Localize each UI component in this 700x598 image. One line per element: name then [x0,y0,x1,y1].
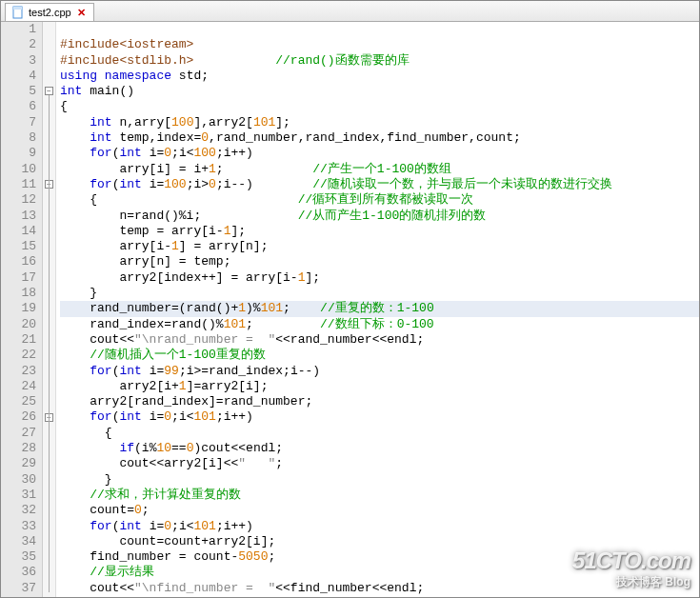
line-number: 15 [1,239,36,254]
code-line[interactable]: #include<stdlib.h> //rand()函数需要的库 [60,53,699,69]
line-number: 8 [1,130,36,146]
code-line[interactable]: //随机插入一个1-100重复的数 [60,348,699,363]
line-number: 11 [1,177,36,192]
svg-rect-1 [13,7,22,10]
line-number: 19 [1,301,36,316]
code-line[interactable]: { [60,99,699,114]
code-line[interactable]: } [60,472,699,488]
file-icon [11,6,25,19]
line-number: 25 [1,394,36,409]
code-line[interactable]: return 0; [60,596,699,597]
line-number: 5 [1,84,36,99]
file-tab[interactable]: test2.cpp ✕ [5,3,94,21]
code-line[interactable]: rand_number=(rand()+1)%101; //重复的数：1-100 [60,301,699,316]
code-line[interactable]: cout<<"\nrand_number = "<<rand_number<<e… [60,332,699,348]
watermark: 51CTO.com 技术博客 Blog [572,548,690,590]
fold-toggle[interactable]: − [45,87,53,95]
watermark-line2: 技术博客 Blog [572,574,690,590]
code-line[interactable]: arry2[rand_index]=rand_number; [60,394,699,409]
code-line[interactable]: arry[i] = i+1; //产生一个1-100的数组 [60,162,699,177]
code-line[interactable]: { //循环直到所有数都被读取一次 [60,192,699,208]
line-number: 13 [1,209,36,224]
line-number: 32 [1,503,36,518]
code-line[interactable]: #include<iostream> [60,37,699,52]
line-number: 26 [1,409,36,425]
code-line[interactable]: n=rand()%i; //从而产生1-100的随机排列的数 [60,209,699,224]
line-number: 33 [1,519,36,534]
code-editor[interactable]: 1234567891011121314151617181920212223242… [1,22,699,597]
line-number: 9 [1,146,36,161]
code-line[interactable]: cout<<arry2[i]<<" "; [60,456,699,471]
code-line[interactable]: temp = arry[i-1]; [60,224,699,239]
code-line[interactable]: int n,arry[100],arry2[101]; [60,115,699,130]
line-number: 31 [1,488,36,503]
line-number: 37 [1,581,36,596]
code-line[interactable]: for(int i=99;i>=rand_index;i--) [60,364,699,379]
line-number: 4 [1,69,36,84]
code-area[interactable]: #include<iostream>#include<stdlib.h> //r… [56,22,699,597]
line-number: 29 [1,456,36,471]
code-line[interactable]: arry2[i+1]=arry2[i]; [60,379,699,394]
code-line[interactable]: int temp,index=0,rand_number,rand_index,… [60,130,699,146]
line-number: 14 [1,224,36,239]
code-line[interactable]: { [60,426,699,441]
line-number: 10 [1,162,36,177]
fold-guide-line [49,95,50,592]
code-line[interactable]: for(int i=0;i<101;i++) [60,519,699,534]
tab-filename: test2.cpp [29,7,71,18]
line-number: 27 [1,426,36,441]
line-number: 35 [1,549,36,565]
line-number: 1 [1,22,36,37]
line-number: 16 [1,254,36,269]
line-number: 30 [1,472,36,488]
code-line[interactable]: if(i%10==0)cout<<endl; [60,441,699,456]
line-number: 22 [1,348,36,363]
line-number-gutter: 1234567891011121314151617181920212223242… [1,22,43,597]
line-number: 6 [1,99,36,114]
code-line[interactable]: arry[i-1] = arry[n]; [60,239,699,254]
line-number: 2 [1,37,36,52]
line-number: 20 [1,317,36,332]
line-number: 7 [1,115,36,130]
code-line[interactable]: //求和，并计算处重复的数 [60,488,699,503]
line-number: 21 [1,332,36,348]
code-line[interactable]: for(int i=0;i<100;i++) [60,146,699,161]
line-number: 34 [1,534,36,549]
line-number: 24 [1,379,36,394]
code-line[interactable]: int main() [60,84,699,99]
line-number: 23 [1,364,36,379]
tab-bar: test2.cpp ✕ [1,1,699,22]
line-number: 12 [1,192,36,208]
code-line[interactable]: arry[n] = temp; [60,254,699,269]
code-line[interactable]: arry2[index++] = arry[i-1]; [60,270,699,286]
code-line[interactable]: using namespace std; [60,69,699,84]
code-line[interactable]: for(int i=0;i<101;i++) [60,409,699,425]
code-line[interactable]: rand_index=rand()%101; //数组下标：0-100 [60,317,699,332]
line-number: 17 [1,270,36,286]
line-number: 36 [1,565,36,580]
code-line[interactable]: count=0; [60,503,699,518]
tab-close-button[interactable]: ✕ [75,7,88,19]
code-line[interactable]: } [60,286,699,301]
line-number: 3 [1,53,36,69]
code-line[interactable]: for(int i=100;i>0;i--) //随机读取一个数，并与最后一个未… [60,177,699,192]
line-number: 28 [1,441,36,456]
fold-gutter: −−− [43,22,56,597]
watermark-line1: 51CTO.com [572,548,690,574]
line-number: 18 [1,286,36,301]
